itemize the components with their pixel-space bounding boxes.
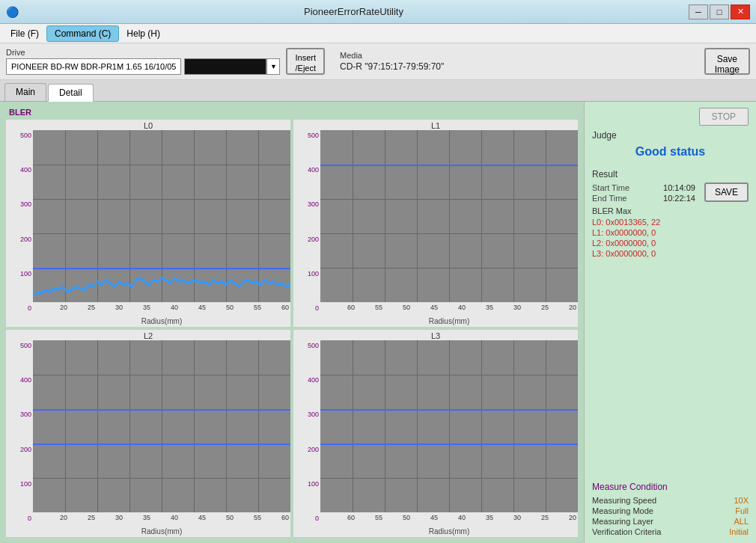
main-content: BLER L0 500 400 300 200 100 0 [0, 102, 756, 543]
chart-l2-inner: 500 400 300 200 100 0 [6, 340, 290, 537]
chart-l3-xaxis: 60 55 50 45 40 35 30 25 20 [320, 512, 578, 527]
measure-mode-row: Measuring Mode Full [592, 506, 749, 516]
save-button[interactable]: SAVE [704, 182, 749, 202]
chart-l1-xlabel: Radius(mm) [320, 317, 578, 327]
right-panel: STOP Judge Good status Result Start Time… [584, 102, 756, 543]
chart-grid: L0 500 400 300 200 100 0 [6, 120, 578, 537]
drive-dropdown-display [184, 58, 266, 75]
end-time-label: End Time [592, 194, 627, 203]
chart-l0: L0 500 400 300 200 100 0 [6, 120, 290, 327]
chart-l0-xaxis: 20 25 30 35 40 45 50 55 60 [33, 302, 290, 317]
insert-eject-button[interactable]: Insert/Eject [286, 48, 325, 75]
chart-l1-inner: 500 400 300 200 100 0 [293, 130, 578, 327]
measure-speed-value: 10X [734, 496, 749, 505]
toolbar: Drive PIONEER BD-RW BDR-PR1M 1.65 16/10/… [0, 43, 756, 80]
chart-l3-yaxis: 500 400 300 200 100 0 [293, 340, 320, 537]
menu-file[interactable]: File (F) [3, 26, 46, 41]
drive-label: Drive [6, 48, 280, 57]
start-time-value: 10:14:09 [663, 183, 695, 192]
save-image-button[interactable]: SaveImage [704, 48, 750, 75]
chart-l1-title: L1 [431, 121, 440, 130]
window-title: PioneerErrorRateUtility [19, 6, 689, 17]
chart-l2-title: L2 [144, 331, 153, 340]
title-bar: 🔵 PioneerErrorRateUtility ─ □ ✕ [0, 0, 756, 24]
chart-l0-inner: 500 400 300 200 100 0 [6, 130, 290, 327]
chart-l3-title: L3 [431, 331, 440, 340]
judge-label: Judge [592, 130, 749, 141]
chart-l2-plot [33, 340, 290, 512]
measure-layer-label: Measuring Layer [592, 517, 653, 526]
measure-speed-row: Measuring Speed 10X [592, 495, 749, 506]
good-status: Good status [592, 142, 749, 162]
window-controls: ─ □ ✕ [689, 4, 750, 19]
end-time-row: End Time 10:22:14 [592, 193, 695, 203]
result-section: Result Start Time 10:14:09 End Time 10:2… [592, 169, 749, 259]
chart-l1-plot [320, 130, 578, 302]
menu-bar: File (F) Command (C) Help (H) [0, 24, 756, 43]
app-icon: 🔵 [6, 6, 19, 18]
measure-criteria-label: Verification Criteria [592, 527, 661, 536]
bler-l0: L0: 0x0013365, 22 [592, 217, 749, 227]
tab-detail[interactable]: Detail [48, 84, 94, 102]
bler-l3: L3: 0x0000000, 0 [592, 248, 749, 259]
chart-l0-plot [33, 130, 290, 302]
bler-l2: L2: 0x0000000, 0 [592, 238, 749, 248]
stop-button[interactable]: STOP [699, 108, 749, 126]
chart-l2-xaxis: 20 25 30 35 40 45 50 55 60 [33, 512, 290, 527]
chart-l1: L1 500 400 300 200 100 0 [293, 120, 578, 327]
drive-input-row: PIONEER BD-RW BDR-PR1M 1.65 16/10/05 ▼ [6, 58, 280, 75]
result-times: Start Time 10:14:09 End Time 10:22:14 [592, 182, 695, 203]
measure-mode-value: Full [735, 506, 749, 515]
start-time-row: Start Time 10:14:09 [592, 182, 695, 193]
chart-l0-title: L0 [144, 121, 153, 130]
measure-layer-row: Measuring Layer ALL [592, 516, 749, 527]
media-value: CD-R "97:15:17-79:59:70" [340, 61, 444, 72]
bler-section: BLER Max L0: 0x0013365, 22 L1: 0x0000000… [592, 203, 749, 259]
chart-l3-inner: 500 400 300 200 100 0 [293, 340, 578, 537]
minimize-button[interactable]: ─ [689, 4, 708, 19]
maximize-button[interactable]: □ [710, 4, 729, 19]
bler-max-label: BLER Max [592, 206, 749, 215]
menu-help[interactable]: Help (H) [119, 26, 168, 41]
measure-layer-value: ALL [734, 517, 749, 526]
bler-l1: L1: 0x0000000, 0 [592, 227, 749, 238]
measure-label: Measure Condition [592, 482, 749, 492]
drive-value: PIONEER BD-RW BDR-PR1M 1.65 16/10/05 [6, 58, 181, 75]
media-group: Media CD-R "97:15:17-79:59:70" [340, 51, 444, 72]
start-time-label: Start Time [592, 183, 630, 192]
result-label: Result [592, 169, 749, 180]
chart-l1-xaxis: 60 55 50 45 40 35 30 25 20 [320, 302, 578, 317]
chart-l2: L2 500 400 300 200 100 0 [6, 330, 290, 537]
close-button[interactable]: ✕ [731, 4, 750, 19]
menu-command[interactable]: Command (C) [46, 25, 119, 42]
measure-criteria-row: Verification Criteria Initial [592, 527, 749, 537]
chart-l3-xlabel: Radius(mm) [320, 527, 578, 537]
measure-section: Measure Condition Measuring Speed 10X Me… [592, 482, 749, 537]
media-label: Media [340, 51, 444, 60]
chart-l3: L3 500 400 300 200 100 0 [293, 330, 578, 537]
tab-main[interactable]: Main [4, 83, 46, 101]
chart-l0-xlabel: Radius(mm) [33, 317, 290, 327]
chart-l3-plot [320, 340, 578, 512]
judge-section: Judge Good status [592, 130, 749, 162]
end-time-value: 10:22:14 [663, 194, 695, 203]
measure-criteria-value: Initial [729, 527, 749, 536]
measure-mode-label: Measuring Mode [592, 506, 653, 515]
l0-waveform [33, 130, 290, 302]
chart-l1-yaxis: 500 400 300 200 100 0 [293, 130, 320, 327]
drive-group: Drive PIONEER BD-RW BDR-PR1M 1.65 16/10/… [6, 48, 280, 75]
chart-l2-xlabel: Radius(mm) [33, 527, 290, 537]
tabs: Main Detail [0, 80, 756, 102]
chart-l2-yaxis: 500 400 300 200 100 0 [6, 340, 33, 537]
drive-dropdown-arrow[interactable]: ▼ [266, 58, 280, 75]
bler-label: BLER [9, 108, 31, 117]
chart-area: BLER L0 500 400 300 200 100 0 [0, 102, 584, 543]
chart-l0-yaxis: 500 400 300 200 100 0 [6, 130, 33, 327]
measure-speed-label: Measuring Speed [592, 496, 656, 505]
